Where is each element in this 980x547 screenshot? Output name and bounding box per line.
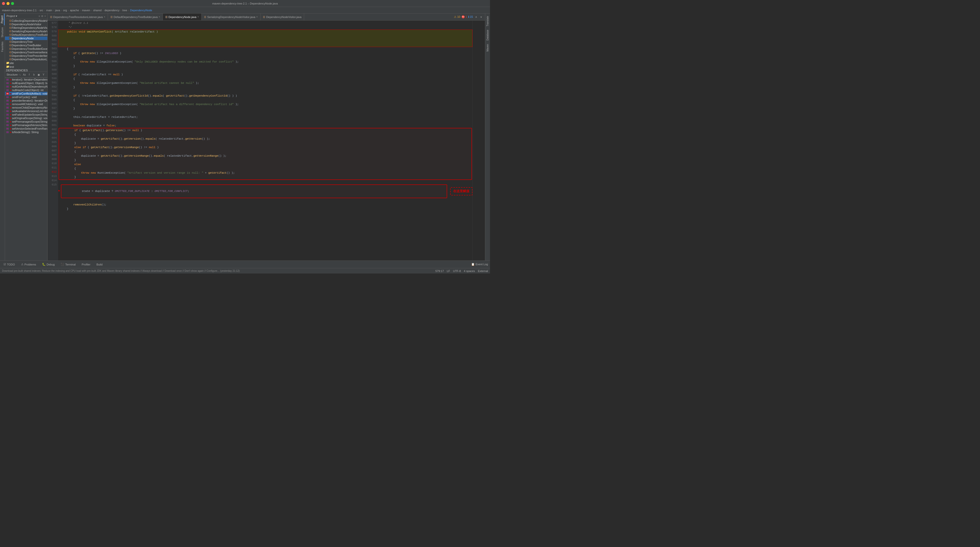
tree-item-defaultbuilder[interactable]: C DefaultDependencyTreeBuilder	[5, 33, 47, 36]
close-panel-icon[interactable]: ×	[45, 15, 46, 17]
structure-item-iterator[interactable]: m ● iterator(): Iterator<DependencyN	[5, 78, 47, 81]
code-line-591: if ( !relatedArtifact.getDependencyConfl…	[58, 94, 473, 98]
expand-icon[interactable]: ∧	[474, 15, 478, 19]
code-line-599: if ( getArtifact().getVersion() != null …	[59, 128, 471, 133]
project-panel-header: Project ▾ ≡ ⚙ ×	[5, 14, 47, 19]
project-panel-label: Project ▾	[6, 14, 17, 18]
breadcrumb-item[interactable]: org	[63, 9, 67, 12]
bottom-tab-build[interactable]: Build	[95, 263, 104, 266]
tree-item-filtering[interactable]: C FilteringDependencyNodeVisitor	[5, 26, 47, 30]
event-log[interactable]: 📋 Event Log	[471, 263, 488, 266]
structure-panel-header: Structure ↑↓ Az f b ▣ Y λ ⚙ ×	[5, 72, 47, 78]
tree-item-label: DEPENDENCIES	[6, 69, 28, 71]
tree-item-dependencynode[interactable]: C DependencyNode	[5, 36, 47, 40]
filter-icon[interactable]: f	[27, 73, 31, 76]
tree-item-inverseiterator[interactable]: C DependencyTreeInverseIterator	[5, 51, 47, 54]
collapse-icon[interactable]: ∨	[479, 15, 483, 19]
field-icon[interactable]: ▣	[37, 73, 41, 76]
breadcrumb: maven-dependency-tree-2.1 › src › main ›…	[0, 7, 490, 14]
breadcrumb-item[interactable]: dependency	[105, 9, 119, 12]
sort-icon[interactable]: ↑↓	[18, 73, 22, 76]
tab-defaultbuilder[interactable]: C DefaultDependencyTreeBuilder.java ×	[108, 14, 163, 20]
tab-label: DependencyTreeResolutionListener.java	[53, 16, 103, 19]
structure-item-omitforconflict[interactable]: m ● omitForConflict(Artifact): void	[5, 92, 47, 95]
visibility-icon: ●	[10, 85, 11, 88]
tree-item-exception[interactable]: C DependencyTreeBuilderException	[5, 47, 47, 51]
breadcrumb-item[interactable]: apache	[70, 9, 79, 12]
breadcrumb-item[interactable]: src	[40, 9, 43, 12]
structure-item-removechild[interactable]: m ● removeChild(DependencyNode): void	[5, 106, 47, 109]
code-editor[interactable]: * @since 1.1 */ public void omitForConfl…	[58, 21, 473, 260]
structure-item-setoriginalscope[interactable]: m ● setOriginalScope(String): void	[5, 116, 47, 120]
breadcrumb-item[interactable]: tree	[123, 9, 127, 12]
bold-icon[interactable]: b	[32, 73, 36, 76]
structure-item-nullhashcode[interactable]: m ● nullHashCode(Object): int	[5, 88, 47, 92]
minimize-button[interactable]	[6, 2, 10, 5]
method-icon[interactable]: Y	[41, 73, 46, 76]
structure-item-omitforcycle[interactable]: m ● omitForCycle(): void	[5, 95, 47, 99]
bottom-tab-problems[interactable]: ⚠ Problems	[19, 262, 38, 266]
code-line-611	[58, 180, 473, 184]
breadcrumb-item[interactable]: maven	[82, 9, 90, 12]
tab-label: DefaultDependencyTreeBuilder.java	[114, 16, 158, 19]
structure-item-setfailedupdatescope[interactable]: m ● setFailedUpdateScope(String): void	[5, 113, 47, 116]
tab-close-icon[interactable]: ×	[104, 16, 105, 18]
tab-close-icon[interactable]: ×	[256, 16, 258, 18]
tree-item-serializing[interactable]: C SerializingDependencyNodeVisitor	[5, 30, 47, 33]
tree-item-dependencynodevisitor[interactable]: C DependencyNodeVisitor	[5, 22, 47, 26]
code-line-589: }	[58, 85, 473, 90]
sidebar-tab-project[interactable]: Project	[0, 14, 5, 25]
bottom-tab-terminal[interactable]: ⬛ Terminal	[59, 262, 77, 266]
structure-item-label: removeChild(DependencyNode): void	[12, 106, 47, 109]
structure-item-setpremanagedversion[interactable]: m ● setPremanagedVersion(String): void	[5, 124, 47, 127]
structure-item-nullequals[interactable]: m ● nullEquals(Object, Object): boolean	[5, 81, 47, 85]
tree-item-collecting[interactable]: C CollectingDependencyNodeVisitor	[5, 19, 47, 22]
sidebar-tab-maven[interactable]: Maven	[486, 43, 490, 53]
tree-item-resolutionlistener[interactable]: C DependencyTreeResolutionListener	[5, 57, 47, 61]
close-button[interactable]	[2, 2, 5, 5]
method-icon: m	[6, 85, 9, 88]
code-line-586: if ( relatedArtifact == null )	[58, 73, 473, 77]
tree-item-dependencytreebuilder[interactable]: C DependencyTreeBuilder	[5, 44, 47, 47]
tree-item-site[interactable]: 📁 site	[5, 61, 47, 65]
tab-close-icon[interactable]: ×	[159, 16, 160, 18]
sidebar-tab-structure[interactable]: Structure	[0, 25, 4, 40]
sort-alpha-icon[interactable]: Az	[22, 73, 27, 76]
collapse-all-icon[interactable]: ≡	[38, 15, 40, 17]
tab-class-icon: C	[204, 16, 207, 18]
breadcrumb-item[interactable]: maven-dependency-tree-2.1	[2, 9, 37, 12]
bottom-tab-todo[interactable]: ☑ TODO	[2, 262, 16, 266]
sidebar-tab-database[interactable]: Database	[486, 28, 490, 42]
structure-item-preorderiterator[interactable]: m ● preorderIterator(): Iterator<Depende…	[5, 99, 47, 102]
structure-item-tonodestring[interactable]: m ● toNodeString(): String	[5, 130, 47, 134]
sidebar-tab-favorites[interactable]: Favorites	[0, 40, 4, 54]
tab-serializingvisitor[interactable]: C SerializingDependencyNodeVisitor.java …	[202, 14, 261, 20]
maximize-button[interactable]	[11, 2, 14, 5]
breadcrumb-item[interactable]: java	[55, 9, 60, 12]
class-icon: C	[9, 33, 12, 36]
structure-item-setversionselected[interactable]: m ● setVersionSelectedFromRange(VersionR…	[5, 127, 47, 130]
structure-item-setpremanagedscope[interactable]: m ● setPremanagedScope(String): void	[5, 120, 47, 124]
settings-icon[interactable]: ⚙	[41, 15, 43, 17]
tab-dependencynode[interactable]: C DependencyNode.java ×	[163, 14, 202, 20]
tab-resolutionlistener[interactable]: C DependencyTreeResolutionListener.java …	[48, 14, 108, 20]
window-controls[interactable]	[2, 2, 14, 5]
structure-item-nullgetartifact[interactable]: m ● nullGetArtifact(DependencyNode): Art…	[5, 85, 47, 88]
structure-item-removeallchildren[interactable]: m ● removeAllChildren(): void	[5, 102, 47, 106]
tree-item-preorderiterator[interactable]: C DependencyTreePreorderIterator	[5, 54, 47, 57]
breadcrumb-item[interactable]: shared	[93, 9, 102, 12]
breadcrumb-item[interactable]: DependencyNode	[130, 9, 152, 12]
tree-item-test[interactable]: 📁 test	[5, 65, 47, 68]
tab-close-icon[interactable]: ×	[197, 16, 199, 18]
bottom-tab-debug[interactable]: 🐛 Debug	[41, 262, 56, 266]
tree-item-label: test	[10, 65, 14, 68]
tab-nodevisitor[interactable]: C DependencyNodeVisitor.java	[261, 14, 304, 20]
sidebar-tab-translate[interactable]: Translate	[486, 14, 490, 28]
visibility-icon: ●	[10, 106, 11, 109]
annotation-bottom-right: 在这里赋值	[450, 187, 473, 195]
tree-item-dependencytree[interactable]: C DependencyTree	[5, 40, 47, 44]
tree-item-dependencies[interactable]: DEPENDENCIES	[5, 68, 47, 71]
structure-item-setavailableversions[interactable]: m ● setAvailableVersions(List<ArtifactVe…	[5, 109, 47, 113]
breadcrumb-item[interactable]: main	[46, 9, 52, 12]
bottom-tab-profiler[interactable]: Profiler	[80, 263, 92, 266]
